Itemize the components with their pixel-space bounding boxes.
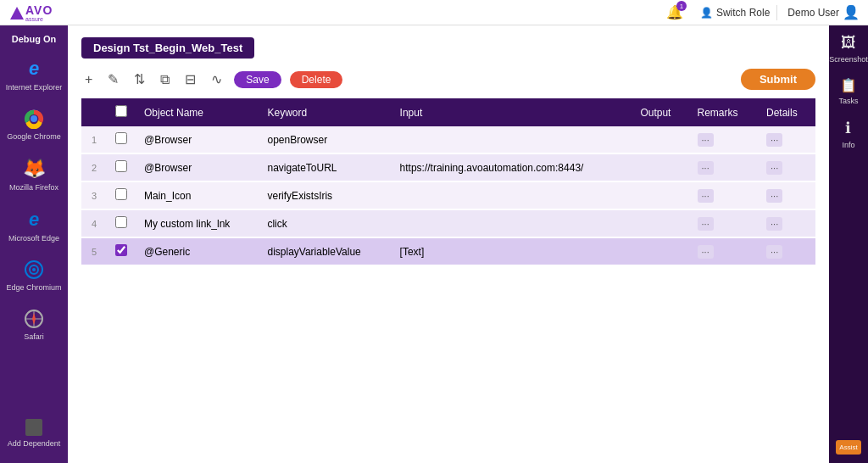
user-icon [843, 4, 860, 20]
test-title-badge: Design Tst_Begin_Web_Test [81, 37, 254, 59]
chrome-icon [24, 109, 44, 129]
topbar: AVO assure 1 Switch Role Demo User [0, 0, 868, 25]
svg-point-1 [31, 115, 37, 122]
row-checkbox[interactable] [115, 188, 127, 200]
notification-bell[interactable]: 1 [666, 4, 683, 20]
row-output [632, 153, 688, 181]
table-header-row: Object Name Keyword Input Output Remarks… [81, 98, 815, 126]
svg-marker-8 [32, 313, 36, 325]
info-icon [845, 119, 851, 137]
save-button[interactable]: Save [234, 71, 281, 88]
col-num [81, 98, 107, 126]
select-all-checkbox[interactable] [115, 105, 127, 117]
add-dependent-label: Add Dependent [8, 439, 61, 448]
assist-button[interactable]: Assist [836, 440, 860, 455]
wave-button[interactable]: ∿ [208, 70, 225, 89]
info-panel-item[interactable]: Info [842, 119, 854, 149]
row-output [632, 126, 688, 153]
row-details[interactable]: ··· [758, 153, 815, 181]
table-row: 3 Main_Icon verifyExistsIris ··· ··· [81, 181, 815, 209]
sidebar-item-firefox[interactable]: 🦊 Mozilla Firefox [0, 151, 68, 198]
details-button[interactable]: ··· [766, 189, 782, 203]
row-checkbox-cell[interactable] [107, 126, 136, 153]
row-remarks[interactable]: ··· [689, 153, 759, 181]
col-keyword: Keyword [259, 98, 391, 126]
row-details[interactable]: ··· [758, 126, 815, 153]
row-remarks[interactable]: ··· [689, 209, 759, 237]
row-checkbox-cell[interactable] [107, 153, 136, 181]
col-input: Input [392, 98, 632, 126]
row-checkbox[interactable] [115, 244, 127, 256]
remarks-button[interactable]: ··· [698, 133, 714, 147]
remarks-button[interactable]: ··· [698, 189, 714, 203]
add-dependent-button[interactable]: Add Dependent [4, 412, 64, 455]
row-checkbox-cell[interactable] [107, 181, 136, 209]
row-num: 3 [81, 181, 107, 209]
edge-chromium-icon [24, 259, 44, 280]
col-details: Details [758, 98, 815, 126]
row-remarks[interactable]: ··· [689, 126, 759, 153]
user-menu[interactable]: Demo User [787, 4, 860, 20]
row-input [392, 209, 632, 237]
info-label: Info [842, 141, 854, 149]
row-num: 2 [81, 153, 107, 181]
sidebar: Debug On e Internet Explorer Google Chro… [0, 25, 68, 463]
row-details[interactable]: ··· [758, 237, 815, 265]
switch-role-button[interactable]: Switch Role [693, 5, 777, 20]
screenshot-icon [841, 34, 856, 52]
sidebar-item-edge[interactable]: e Microsoft Edge [0, 202, 68, 249]
delete-button[interactable]: Delete [290, 71, 343, 88]
row-output [632, 181, 688, 209]
remarks-button[interactable]: ··· [698, 161, 714, 175]
topbar-right: 1 Switch Role Demo User [666, 4, 860, 20]
edge-icon: e [29, 209, 39, 231]
remarks-button[interactable]: ··· [698, 245, 714, 259]
sidebar-item-safari[interactable]: Safari [0, 302, 68, 348]
row-output [632, 237, 688, 265]
remarks-button[interactable]: ··· [698, 217, 714, 231]
col-output: Output [632, 98, 688, 126]
details-button[interactable]: ··· [766, 217, 782, 231]
edge-chromium-label: Edge Chromium [6, 283, 61, 292]
tasks-label: Tasks [838, 97, 858, 105]
table-row: 2 @Browser navigateToURL https://trainin… [81, 153, 815, 181]
row-object-name: My custom link_lnk [136, 209, 259, 237]
add-dependent-icon [25, 419, 42, 436]
row-checkbox-cell[interactable] [107, 209, 136, 237]
sidebar-item-ie[interactable]: e Internet Explorer [0, 51, 68, 98]
row-object-name: Main_Icon [136, 181, 259, 209]
screenshot-panel-item[interactable]: Screenshot [829, 34, 868, 64]
row-checkbox[interactable] [115, 160, 127, 172]
table-row: 5 @Generic displayVariableValue [Text] ·… [81, 237, 815, 265]
copy-button[interactable]: ⧉ [157, 70, 173, 89]
row-checkbox-cell[interactable] [107, 237, 136, 265]
row-input [392, 181, 632, 209]
tasks-panel-item[interactable]: Tasks [838, 77, 858, 105]
sidebar-item-edge-chromium[interactable]: Edge Chromium [0, 253, 68, 298]
row-checkbox[interactable] [115, 132, 127, 144]
row-remarks[interactable]: ··· [689, 237, 759, 265]
submit-button[interactable]: Submit [741, 69, 815, 90]
details-button[interactable]: ··· [766, 133, 782, 147]
assist-badge: Assist [836, 440, 860, 455]
row-details[interactable]: ··· [758, 181, 815, 209]
swap-button[interactable]: ⇅ [131, 70, 148, 89]
col-check [107, 98, 136, 126]
details-button[interactable]: ··· [766, 245, 782, 259]
details-button[interactable]: ··· [766, 161, 782, 175]
add-step-button[interactable]: + [81, 70, 96, 89]
safari-label: Safari [24, 332, 44, 341]
table-row: 4 My custom link_lnk click ··· ··· [81, 209, 815, 237]
test-steps-table: Object Name Keyword Input Output Remarks… [81, 98, 815, 266]
paste-button[interactable]: ⊟ [181, 70, 199, 89]
row-checkbox[interactable] [115, 216, 127, 228]
row-num: 5 [81, 237, 107, 265]
row-details[interactable]: ··· [758, 209, 815, 237]
right-panel: Screenshot Tasks Info Assist [829, 25, 868, 463]
sidebar-item-chrome[interactable]: Google Chrome [0, 102, 68, 148]
row-output [632, 209, 688, 237]
screenshot-label: Screenshot [829, 55, 868, 64]
bell-badge: 1 [676, 1, 687, 11]
row-remarks[interactable]: ··· [689, 181, 759, 209]
edit-button[interactable]: ✎ [104, 70, 122, 89]
